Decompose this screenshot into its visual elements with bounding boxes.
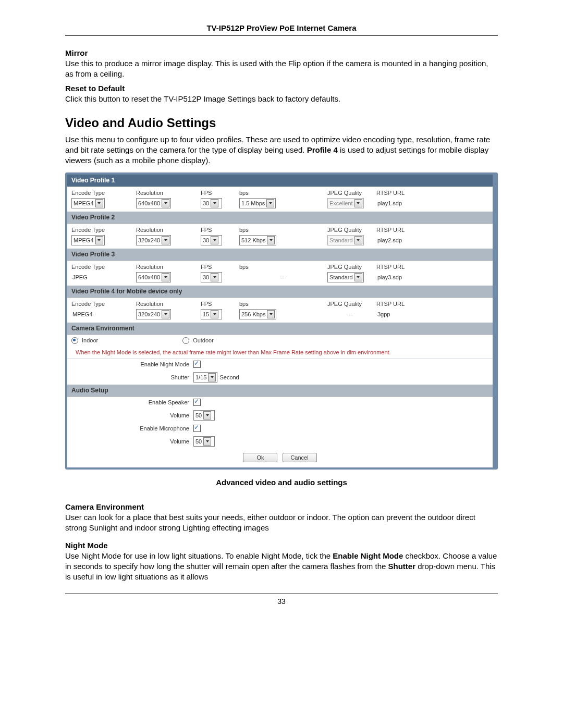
p4-encode: MPEG4 [71,311,104,317]
enable-microphone-checkbox[interactable] [193,425,201,432]
p4-jpeg-quality: -- [349,311,352,317]
indoor-radio[interactable] [71,337,78,344]
p2-resolution-select[interactable]: 320x240 [136,235,171,245]
header-rule [65,35,498,36]
enable-night-mode-label: Enable Night Mode [71,361,193,367]
chevron-down-icon [266,199,274,207]
col-rtsp-url: RTSP URL [376,190,488,196]
mirror-text: Use this to produce a mirror image displ… [65,58,498,80]
chevron-down-icon [267,310,275,318]
p2-encode-select[interactable]: MPEG4 [71,235,105,245]
p3-resolution-select[interactable]: 640x480 [136,272,171,282]
enable-night-mode-checkbox[interactable] [193,361,201,368]
settings-panel: Video Profile 1 Encode Type Resolution F… [65,172,498,470]
chevron-down-icon [354,199,362,207]
chevron-down-icon [95,199,103,207]
p3-jpeg-quality-select[interactable]: Standard [327,272,364,282]
reset-text: Click this button to reset the TV-IP512P… [65,94,498,104]
camenv-text: User can look for a place that best suit… [65,512,498,534]
p1-resolution-select[interactable]: 640x480 [136,198,171,208]
chevron-down-icon [162,199,169,207]
cancel-button[interactable]: Cancel [283,453,317,462]
p1-rtsp-url: play1.sdp [376,200,402,206]
mic-volume-select[interactable]: 50 [193,436,215,447]
camenv-heading: Camera Environment [65,502,498,511]
night-mode-warning: When the Night Mode is selected, the act… [71,349,391,355]
p4-bps-select[interactable]: 256 Kbps [239,309,276,319]
speaker-volume-label: Volume [71,412,193,418]
p1-encode-select[interactable]: MPEG4 [71,198,105,208]
shutter-unit: Second [219,374,239,380]
p3-fps-select[interactable]: 30 [201,272,222,282]
profile4-title: Video Profile 4 for Mobile device only [67,286,493,298]
col-encode: Encode Type [71,190,134,196]
chevron-down-icon [211,310,218,318]
nightmode-heading: Night Mode [65,541,498,550]
outdoor-radio[interactable] [182,337,189,344]
footer-rule [65,594,498,594]
p2-jpeg-quality-select: Standard [327,235,364,245]
shutter-select[interactable]: 1/15 [193,372,217,382]
p4-fps-select[interactable]: 15 [201,309,222,319]
profile1-headers: Encode Type Resolution FPS bps JPEG Qual… [67,187,493,197]
va-title: Video and Audio Settings [65,116,498,130]
profile3-title: Video Profile 3 [67,249,493,261]
col-bps: bps [239,190,325,196]
p3-encode: JPEG [71,274,104,280]
chevron-down-icon [211,273,218,281]
chevron-down-icon [203,437,211,446]
speaker-volume-select[interactable]: 50 [193,410,215,421]
audio-setup-title: Audio Setup [67,385,493,397]
indoor-label: Indoor [82,337,98,343]
p3-rtsp-url: play3.sdp [376,274,402,280]
va-intro: Use this menu to configure up to four vi… [65,134,498,166]
camera-env-title: Camera Environment [67,323,493,335]
chevron-down-icon [211,199,218,207]
col-resolution: Resolution [136,190,199,196]
p2-fps-select[interactable]: 30 [201,235,222,245]
profile2-title: Video Profile 2 [67,212,493,224]
mic-volume-label: Volume [71,438,193,445]
col-fps: FPS [201,190,237,196]
chevron-down-icon [267,236,275,244]
p2-bps-select[interactable]: 512 Kbps [239,235,276,245]
p2-rtsp-url: play2.sdp [376,237,402,243]
p1-fps-select[interactable]: 30 [201,198,222,208]
chevron-down-icon [95,236,103,244]
p4-rtsp-url: 3gpp [376,311,390,317]
chevron-down-icon [354,273,362,281]
reset-heading: Reset to Default [65,84,498,93]
va-intro-bold: Profile 4 [307,145,338,154]
col-jpeg-quality: JPEG Quality [327,190,374,196]
chevron-down-icon [162,236,169,244]
chevron-down-icon [211,236,218,244]
page-number: 33 [65,597,498,606]
page-header: TV-IP512P ProView PoE Internet Camera [65,23,498,32]
p4-resolution-select[interactable]: 320x240 [136,309,171,319]
outdoor-label: Outdoor [193,337,214,343]
chevron-down-icon [162,310,169,318]
chevron-down-icon [162,273,169,281]
panel-caption: Advanced video and audio settings [65,478,498,487]
shutter-label: Shutter [71,374,193,380]
chevron-down-icon [354,236,362,244]
enable-speaker-label: Enable Speaker [71,399,193,405]
enable-speaker-checkbox[interactable] [193,399,201,406]
chevron-down-icon [203,411,211,419]
p1-jpeg-quality-select: Excellent [327,198,364,208]
nightmode-text: Use Night Mode for use in low light situ… [65,551,498,583]
mirror-heading: Mirror [65,48,498,57]
ok-button[interactable]: Ok [243,453,277,462]
p3-bps: -- [280,274,284,280]
p1-bps-select[interactable]: 1.5 Mbps [239,198,276,208]
profile1-title: Video Profile 1 [67,175,493,187]
chevron-down-icon [208,373,216,381]
enable-microphone-label: Enable Microphone [71,425,193,431]
